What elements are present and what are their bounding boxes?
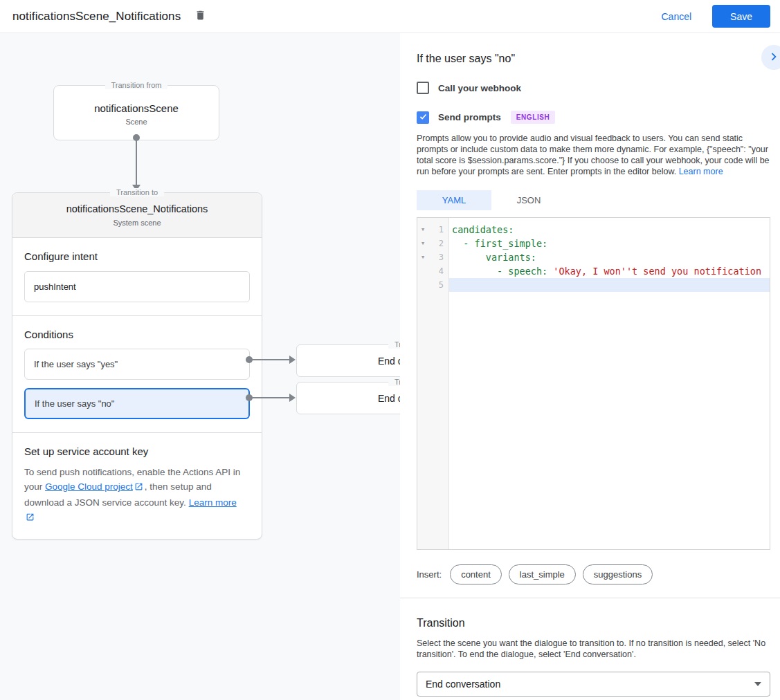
page-title: notificationsScene_Notifications (12, 10, 181, 24)
end-conversation-node-yes[interactable]: Transition to End conversation (296, 344, 400, 377)
code-line-5-active (449, 278, 770, 292)
from-scene-name: notificationsScene (54, 102, 219, 114)
end-node-legend: Transition to (297, 340, 400, 349)
insert-label: Insert: (417, 569, 442, 580)
fold-arrow-icon[interactable]: ▼ (417, 241, 428, 246)
prompt-code-editor[interactable]: ▼1 ▼2 ▼3 4 5 candidates: - first_simple:… (417, 217, 770, 550)
transition-from-node[interactable]: Transition from notificationsScene Scene (53, 85, 219, 140)
webhook-row: Call your webhook (417, 82, 770, 94)
from-scene-type: Scene (54, 118, 219, 126)
line-number: 5 (428, 280, 448, 290)
configure-intent-section: Configure intent pushIntent (12, 238, 262, 316)
learn-more-link[interactable]: Learn more (189, 497, 237, 508)
end-conversation-node-no[interactable]: Transition to End conversation (296, 382, 400, 414)
line-number: 4 (428, 266, 448, 276)
panel-title: If the user says "no" (417, 53, 515, 65)
yaml-key: - first_simple: (452, 238, 547, 249)
service-account-text: To send push notifications, enable the A… (24, 465, 250, 526)
condition-detail-panel: If the user says "no" Call your webhook (400, 33, 780, 700)
connector-dot (133, 134, 140, 141)
line-number: 3 (428, 252, 448, 262)
yaml-key: variants: (452, 252, 536, 263)
service-account-heading: Set up service account key (24, 445, 250, 457)
fold-arrow-icon[interactable]: ▼ (417, 255, 428, 260)
transition-select-value: End conversation (426, 679, 500, 690)
editor-format-tabs: YAML JSON (417, 190, 770, 210)
intent-item[interactable]: pushIntent (24, 271, 250, 302)
external-link-icon (134, 481, 143, 495)
top-bar: notificationsScene_Notifications Cancel … (0, 0, 780, 33)
insert-chip-suggestions[interactable]: suggestions (583, 564, 653, 584)
delete-scene-button[interactable] (194, 9, 206, 24)
editor-gutter: ▼1 ▼2 ▼3 4 5 (417, 218, 449, 549)
to-scene-header[interactable]: notificationsScene_Notifications System … (12, 193, 262, 238)
configure-intent-heading: Configure intent (24, 250, 250, 262)
collapse-panel-button[interactable] (761, 45, 780, 70)
scene-editor-app: notificationsScene_Notifications Cancel … (0, 0, 780, 700)
insert-row: Insert: content last_simple suggestions (417, 564, 770, 584)
connector-dot (246, 394, 253, 401)
conditions-section: Conditions If the user says "yes" If the… (12, 316, 262, 433)
section-divider (400, 598, 780, 598)
language-badge: ENGLISH (511, 111, 556, 124)
checkmark-icon (419, 111, 428, 124)
connector-line (136, 139, 137, 185)
transition-to-node: Transition to notificationsScene_Notific… (12, 192, 262, 540)
send-prompts-checkbox[interactable] (417, 111, 429, 124)
external-link-icon (26, 511, 35, 526)
scene-flow-canvas: Transition from notificationsScene Scene… (0, 33, 400, 700)
call-webhook-label: Call your webhook (438, 83, 521, 93)
insert-chip-content[interactable]: content (450, 564, 502, 584)
code-line-4: - speech: 'Okay, I won''t send you notif… (449, 264, 770, 278)
transition-from-legend: Transition from (54, 81, 219, 89)
panel-title-row: If the user says "no" (417, 33, 770, 65)
connector-line (252, 359, 289, 360)
editor-code-area[interactable]: candidates: - first_simple: variants: - … (449, 218, 770, 549)
service-account-section: Set up service account key To send push … (12, 433, 262, 539)
end-node-legend: Transition to (297, 378, 400, 386)
save-button[interactable]: Save (712, 5, 770, 28)
cancel-button[interactable]: Cancel (661, 11, 691, 22)
yaml-key: candidates: (452, 224, 514, 235)
condition-item-yes[interactable]: If the user says "yes" (24, 349, 250, 380)
call-webhook-checkbox[interactable] (417, 82, 429, 94)
transition-heading: Transition (417, 617, 770, 629)
end-node-label: End conversation (378, 356, 400, 367)
yaml-string: 'Okay, I won''t send you notification (553, 266, 761, 277)
conditions-heading: Conditions (24, 329, 250, 340)
prompts-row: Send prompts ENGLISH (417, 111, 770, 124)
code-line-2: - first_simple: (449, 237, 770, 250)
tab-yaml[interactable]: YAML (417, 190, 491, 210)
google-cloud-project-link[interactable]: Google Cloud project (45, 481, 133, 492)
to-scene-name: notificationsScene_Notifications (12, 203, 262, 214)
yaml-key: - speech: (452, 266, 553, 277)
line-number: 2 (428, 239, 448, 248)
trash-icon (194, 9, 206, 24)
connector-arrowhead (132, 185, 140, 191)
connector-arrowhead (289, 356, 296, 364)
line-number: 1 (428, 225, 448, 234)
send-prompts-label: Send prompts (438, 112, 501, 122)
code-line-1: candidates: (449, 223, 770, 237)
condition-item-no[interactable]: If the user says "no" (24, 388, 250, 419)
transition-description: Select the scene you want the dialogue t… (417, 638, 770, 660)
chevron-right-icon (766, 49, 780, 66)
fold-arrow-icon[interactable]: ▼ (417, 227, 428, 232)
prompts-description: Prompts allow you to provide audio and v… (417, 133, 770, 177)
prompts-learn-more-link[interactable]: Learn more (679, 167, 723, 176)
connector-line (252, 397, 289, 398)
transition-select[interactable]: End conversation (417, 672, 770, 697)
end-node-label: End conversation (378, 393, 400, 404)
insert-chip-last-simple[interactable]: last_simple (509, 564, 576, 584)
code-line-3: variants: (449, 250, 770, 264)
tab-json[interactable]: JSON (491, 190, 566, 210)
to-scene-type: System scene (12, 219, 262, 227)
connector-arrowhead (289, 394, 296, 402)
dropdown-caret-icon (754, 682, 761, 686)
connector-dot (246, 356, 253, 363)
